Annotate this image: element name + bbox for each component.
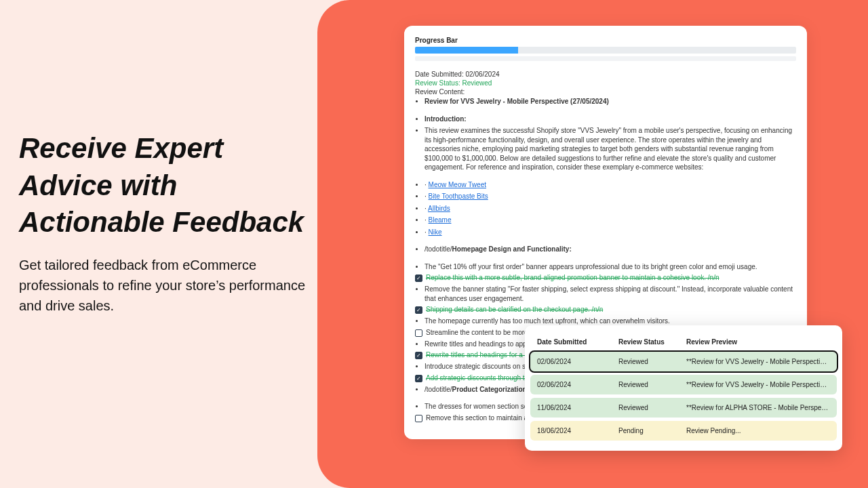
marketing-copy: Receive Expert Advice with Actionable Fe… bbox=[19, 130, 311, 316]
checkbox-icon[interactable] bbox=[415, 415, 422, 422]
headline: Receive Expert Advice with Actionable Fe… bbox=[19, 130, 311, 241]
cell-preview: **Review for VVS Jewelry - Mobile Perspe… bbox=[686, 358, 830, 365]
review-title: Review for VVS Jewelry - Mobile Perspect… bbox=[425, 97, 796, 106]
table-row[interactable]: 11/06/2024Reviewed**Review for ALPHA STO… bbox=[530, 398, 837, 418]
col-date: Date Submitted bbox=[537, 338, 618, 346]
table-row[interactable]: 18/06/2024PendingReview Pending... bbox=[530, 421, 837, 441]
headline-line: Actionable Feedback bbox=[19, 206, 304, 238]
ref-link-item: · Bleame bbox=[425, 216, 796, 225]
secondary-bar bbox=[415, 56, 796, 61]
todo-item[interactable]: Shipping details can be clarified on the… bbox=[415, 306, 796, 314]
ref-link[interactable]: Bite Toothpaste Bits bbox=[429, 192, 488, 200]
cell-date: 02/06/2024 bbox=[537, 381, 618, 388]
checkbox-icon[interactable] bbox=[415, 375, 422, 382]
review-content-label: Review Content: bbox=[415, 88, 796, 96]
checkbox-icon[interactable] bbox=[415, 329, 422, 337]
ref-link[interactable]: Bleame bbox=[429, 216, 452, 224]
cell-preview: **Review for VVS Jewelry - Mobile Perspe… bbox=[686, 381, 830, 388]
review-note: Remove the banner stating "For faster sh… bbox=[425, 285, 796, 303]
review-note: The "Get 10% off your first order" banne… bbox=[425, 262, 796, 272]
ref-link-item: · Meow Meow Tweet bbox=[425, 180, 796, 190]
cell-preview: **Review for ALPHA STORE - Mobile Perspe… bbox=[686, 404, 830, 411]
table-row[interactable]: 02/06/2024Reviewed**Review for VVS Jewel… bbox=[530, 352, 837, 371]
todo-item[interactable]: Replace this with a more subtle, brand-a… bbox=[415, 274, 796, 282]
progress-label: Progress Bar bbox=[415, 37, 796, 44]
cell-status: Reviewed bbox=[618, 358, 686, 365]
intro-body: This review examines the successful Shop… bbox=[425, 126, 796, 172]
progress-bar bbox=[415, 47, 796, 54]
headline-line: Advice with bbox=[19, 169, 177, 201]
ref-link-item: · Nike bbox=[425, 228, 796, 237]
ref-link-item: · Allbirds bbox=[425, 204, 796, 214]
cell-status: Pending bbox=[618, 427, 686, 434]
cell-date: 02/06/2024 bbox=[537, 358, 618, 365]
review-note: The homepage currently has too much text… bbox=[425, 317, 796, 326]
cell-date: 11/06/2024 bbox=[537, 404, 618, 411]
ref-link[interactable]: Allbirds bbox=[428, 205, 450, 212]
table-row[interactable]: 02/06/2024Reviewed**Review for VVS Jewel… bbox=[530, 375, 837, 394]
col-preview: Review Preview bbox=[686, 338, 830, 346]
ref-link-item: · Bite Toothpaste Bits bbox=[425, 192, 796, 201]
cell-preview: Review Pending... bbox=[686, 427, 830, 434]
checkbox-icon[interactable] bbox=[415, 274, 422, 282]
col-status: Review Status bbox=[618, 338, 686, 346]
headline-line: Receive Expert bbox=[19, 132, 223, 164]
subheadline: Get tailored feedback from eCommerce pro… bbox=[19, 255, 311, 316]
cell-date: 18/06/2024 bbox=[537, 427, 618, 434]
intro-heading: Introduction: bbox=[425, 115, 796, 124]
date-submitted: Date Submitted: 02/06/2024 bbox=[415, 70, 796, 78]
checkbox-icon[interactable] bbox=[415, 352, 422, 359]
cell-status: Reviewed bbox=[618, 404, 686, 411]
cell-status: Reviewed bbox=[618, 381, 686, 388]
checkbox-icon[interactable] bbox=[415, 306, 422, 314]
reviews-table-panel: Date Submitted Review Status Review Prev… bbox=[525, 325, 842, 451]
section-heading: /todotitle/Homepage Design and Functiona… bbox=[425, 245, 796, 254]
review-status: Review Status: Reviewed bbox=[415, 79, 796, 87]
ref-link[interactable]: Meow Meow Tweet bbox=[429, 181, 486, 188]
ref-link[interactable]: Nike bbox=[429, 228, 442, 236]
table-header: Date Submitted Review Status Review Prev… bbox=[530, 332, 837, 352]
